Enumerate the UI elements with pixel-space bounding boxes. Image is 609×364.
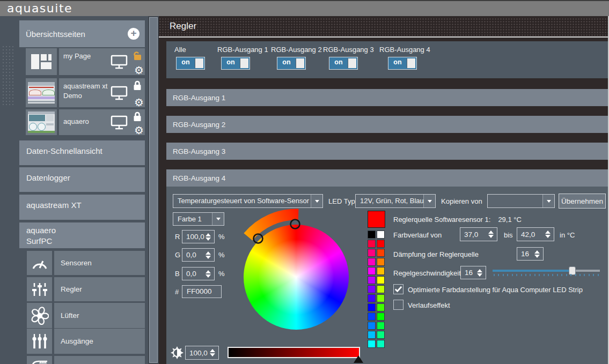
palette-swatch[interactable] <box>377 276 385 284</box>
lock-open-icon[interactable] <box>133 50 142 61</box>
lock-icon[interactable] <box>133 111 142 122</box>
farbe-select[interactable]: Farbe 1 <box>173 212 224 226</box>
sidebar-item-luefter[interactable]: Lüfter <box>54 303 145 328</box>
palette-swatch[interactable] <box>368 258 376 266</box>
monitor-icon[interactable] <box>111 54 128 69</box>
brightness-stepper[interactable]: 100,0 <box>185 346 219 360</box>
palette-swatch[interactable] <box>368 322 376 330</box>
brightness-gradient-bar[interactable] <box>228 347 360 358</box>
section-bar-rgb-ausgang-2[interactable]: RGB-Ausgang 2 <box>166 116 608 133</box>
palette-swatch[interactable] <box>368 276 376 284</box>
monitor-icon[interactable] <box>111 115 128 130</box>
palette-swatch[interactable] <box>368 340 376 348</box>
stepper-arrows[interactable] <box>208 349 217 356</box>
sidebar-item-aquastream-xt[interactable]: aquastream XT <box>19 195 145 220</box>
farbverlauf-bis-stepper[interactable]: 42,0 <box>517 227 554 241</box>
palette-swatch[interactable] <box>377 258 385 266</box>
toggle-rgb-ausgang-2[interactable]: on <box>277 57 306 70</box>
page-thumbnail-aquastream[interactable] <box>26 78 57 107</box>
palette-swatch[interactable] <box>377 231 385 239</box>
palette-swatch[interactable] <box>377 285 385 293</box>
farbverlauf-von-stepper[interactable]: 37,0 <box>460 227 497 241</box>
palette-swatch[interactable] <box>377 303 385 311</box>
stepper-arrows[interactable] <box>203 251 212 259</box>
gear-icon[interactable] <box>134 124 144 137</box>
toggle-alle[interactable]: on <box>176 57 205 70</box>
toggle-rgb-ausgang-4[interactable]: on <box>388 57 417 70</box>
mode-select[interactable]: Temperaturgesteuert von Software-Sensor … <box>173 194 323 208</box>
gear-icon[interactable] <box>134 96 144 109</box>
palette-swatch[interactable] <box>377 249 385 257</box>
section-bar-rgb-ausgang-3[interactable]: RGB-Ausgang 3 <box>166 143 608 160</box>
sidebar-item-aquaero[interactable]: aquaero <box>59 109 145 135</box>
section-bar-rgb-ausgang-1[interactable]: RGB-Ausgang 1 <box>166 89 608 106</box>
sidebar-item-aquastream-demo[interactable]: aquastream xt Demo <box>59 78 145 107</box>
palette-swatch[interactable] <box>377 322 385 330</box>
color-wheel[interactable] <box>244 225 349 330</box>
stepper-arrows[interactable] <box>475 269 484 277</box>
palette-swatch[interactable] <box>377 340 385 348</box>
sidebar-item-ausgaenge[interactable]: Ausgänge <box>54 329 145 354</box>
stepper-arrows[interactable] <box>543 231 552 238</box>
palette-swatch[interactable] <box>368 285 376 293</box>
gear-icon[interactable] <box>134 64 144 77</box>
palette-swatch[interactable] <box>368 331 376 339</box>
stepper-arrows[interactable] <box>486 231 495 238</box>
chevron-down-icon[interactable] <box>212 213 224 225</box>
sidebar-item-sensoren[interactable]: Sensoren <box>54 251 145 275</box>
uebernehmen-button[interactable]: Übernehmen <box>559 194 606 209</box>
regelgeschwindigkeit-value: 16 <box>461 269 475 277</box>
sidebar-item-my-page[interactable]: my Page <box>59 48 145 75</box>
toggle-rgb-ausgang-3[interactable]: on <box>329 57 358 70</box>
regelgeschwindigkeit-stepper[interactable]: 16 <box>460 266 486 279</box>
palette-swatch[interactable] <box>377 313 385 321</box>
gradient-bar-marker[interactable] <box>354 355 363 363</box>
palette-swatch[interactable] <box>377 240 385 248</box>
stepper-arrows[interactable] <box>203 270 212 278</box>
led-strip-icon[interactable] <box>27 356 52 364</box>
page-thumbnail-my-page[interactable] <box>26 48 57 75</box>
palette-swatch[interactable] <box>368 249 376 257</box>
chevron-down-icon[interactable] <box>542 195 554 207</box>
page-thumbnail-aquaero[interactable] <box>26 109 57 135</box>
palette-swatch[interactable] <box>368 267 376 275</box>
palette-swatch[interactable] <box>368 294 376 302</box>
fan-icon[interactable] <box>27 303 52 328</box>
add-page-icon[interactable] <box>128 28 140 40</box>
optimierte-farbdarstellung-checkbox[interactable] <box>393 284 403 294</box>
palette-swatch[interactable] <box>368 313 376 321</box>
palette-swatch[interactable] <box>377 331 385 339</box>
hex-input[interactable]: FF0000 <box>182 285 222 298</box>
b-value-stepper[interactable]: 0,0 <box>182 267 215 280</box>
regelgeschwindigkeit-slider[interactable] <box>493 265 600 278</box>
stepper-arrows[interactable] <box>204 233 212 241</box>
sidebar-item-partial[interactable] <box>54 356 145 364</box>
chevron-down-icon[interactable] <box>311 195 322 207</box>
sidebar-scrollbar-thumb[interactable] <box>149 17 158 363</box>
kopieren-von-select[interactable] <box>487 194 555 208</box>
g-value-stepper[interactable]: 0,0 <box>182 248 215 262</box>
toggle-rgb-ausgang-1[interactable]: on <box>221 57 250 70</box>
monitor-icon[interactable] <box>111 85 128 100</box>
gauge-icon[interactable] <box>27 251 52 275</box>
palette-swatch[interactable] <box>368 231 376 239</box>
palette-swatch[interactable] <box>377 267 385 275</box>
sidebar-item-regler[interactable]: Regler <box>54 277 145 301</box>
led-typ-select[interactable]: 12V, Grün, Rot, Blau <box>355 194 436 208</box>
faders-icon[interactable] <box>27 329 52 354</box>
palette-swatch[interactable] <box>368 240 376 248</box>
section-bar-rgb-ausgang-4[interactable]: RGB-Ausgang 4 <box>166 169 608 187</box>
palette-swatch[interactable] <box>377 294 385 302</box>
stepper-arrows[interactable] <box>532 250 541 258</box>
sidebar-header-uebersichtsseiten[interactable]: Übersichtsseiten <box>19 20 145 47</box>
chevron-down-icon[interactable] <box>423 195 435 207</box>
sidebar-item-datenlogger[interactable]: Datenlogger <box>19 167 145 192</box>
daempfung-stepper[interactable]: 16 <box>517 247 544 261</box>
sidebar-item-daten-schnellansicht[interactable]: Daten-Schnellansicht <box>19 140 145 165</box>
palette-swatch[interactable] <box>368 303 376 311</box>
sliders-icon[interactable] <box>27 277 52 301</box>
r-value-stepper[interactable]: 100,0 <box>182 230 215 243</box>
verlaufseffekt-checkbox[interactable] <box>393 300 403 310</box>
lock-icon[interactable] <box>133 80 142 91</box>
sidebar-item-aquaero-surfpc[interactable]: aquaero SurfPC <box>19 222 145 248</box>
